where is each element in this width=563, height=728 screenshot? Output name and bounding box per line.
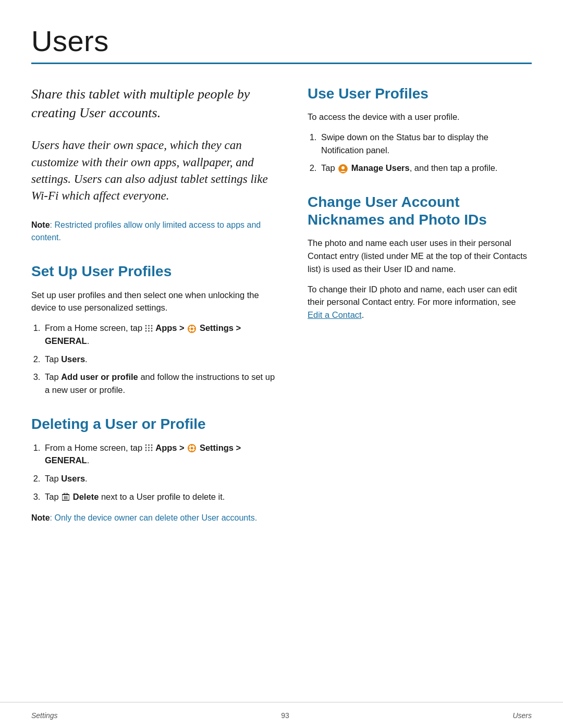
apps-grid-icon (145, 325, 153, 332)
deleting-note-text: : Only the device owner can delete other… (50, 513, 258, 522)
svg-point-37 (341, 166, 345, 169)
note-1-text: : Restricted profiles allow only limited… (31, 220, 261, 242)
deleting-step-1-settings: Settings > GENERAL (45, 443, 241, 465)
setup-step-2: Tap Users. (43, 353, 276, 366)
svg-point-5 (151, 327, 152, 329)
page-container: Users Share this tablet with multiple pe… (0, 0, 563, 728)
manage-users-icon (338, 164, 348, 174)
change-account-heading: Change User Account Nicknames and Photo … (308, 193, 532, 228)
edit-contact-link[interactable]: Edit a Contact (308, 310, 362, 319)
use-profiles-heading: Use User Profiles (308, 85, 532, 103)
trash-icon (62, 493, 69, 501)
settings-gear-icon (188, 325, 196, 333)
deleting-step-2: Tap Users. (43, 472, 276, 485)
svg-point-10 (191, 327, 193, 330)
right-column: Use User Profiles To access the device w… (308, 85, 532, 543)
svg-point-0 (145, 325, 146, 326)
deleting-step-1-apps: Apps > (155, 443, 184, 452)
setup-step-3: Tap Add user or profile and follow the i… (43, 371, 276, 397)
deleting-note: Note: Only the device owner can delete o… (31, 512, 276, 524)
footer-right: Users (512, 711, 532, 720)
note-1: Note: Restricted profiles allow only lim… (31, 219, 276, 244)
use-profiles-step-2: Tap Manage Users, and then tap a profile… (319, 162, 532, 175)
svg-point-8 (151, 330, 152, 331)
setup-section: Set Up User Profiles Set up user profile… (31, 263, 276, 397)
svg-point-2 (151, 325, 152, 326)
svg-point-18 (145, 447, 146, 449)
footer-center-page-number: 93 (281, 711, 289, 720)
deleting-step-3-delete: Delete (73, 492, 99, 501)
page-title: Users (31, 25, 532, 57)
svg-point-4 (148, 327, 150, 329)
page-footer: Settings 93 Users (0, 702, 563, 728)
svg-point-20 (151, 447, 152, 449)
use-profiles-steps-list: Swipe down on the Status bar to display … (319, 131, 532, 175)
svg-rect-32 (64, 493, 67, 495)
svg-point-17 (151, 445, 152, 446)
apps-grid-icon-2 (145, 444, 153, 451)
svg-point-1 (148, 325, 150, 326)
setup-step-1: From a Home screen, tap App (43, 322, 276, 348)
svg-point-15 (145, 445, 146, 446)
setup-step-1-apps: Apps > (155, 323, 184, 332)
svg-point-6 (145, 330, 146, 331)
deleting-note-label: Note (31, 513, 50, 522)
deleting-step-3: Tap Delete next to a User profile to del… (43, 490, 276, 503)
left-column: Share this tablet with multiple people b… (31, 85, 276, 543)
page-header: Users (0, 0, 563, 64)
svg-point-16 (148, 445, 150, 446)
intro-paragraph-2: Users have their own space, which they c… (31, 137, 276, 204)
deleting-step-2-users: Users (61, 474, 85, 483)
use-profiles-intro: To access the device with a user profile… (308, 110, 532, 124)
intro-paragraph-1: Share this tablet with multiple people b… (31, 85, 276, 123)
deleting-steps-list: From a Home screen, tap App (43, 441, 276, 503)
note-1-label: Note (31, 220, 50, 229)
svg-point-22 (148, 450, 150, 451)
manage-users-label: Manage Users (351, 163, 410, 172)
setup-steps-list: From a Home screen, tap App (43, 322, 276, 397)
setup-intro: Set up user profiles and then select one… (31, 289, 276, 315)
setup-step-2-users: Users (61, 354, 85, 364)
change-account-para-2: To change their ID photo and name, each … (308, 283, 532, 322)
deleting-step-1: From a Home screen, tap App (43, 441, 276, 467)
content-area: Share this tablet with multiple people b… (0, 64, 563, 574)
svg-point-7 (148, 330, 150, 331)
svg-point-21 (145, 450, 146, 451)
change-account-para-1: The photo and name each user uses in the… (308, 237, 532, 275)
use-profiles-section: Use User Profiles To access the device w… (308, 85, 532, 175)
footer-left: Settings (31, 711, 58, 720)
deleting-section: Deleting a User or Profile From a Home s… (31, 415, 276, 524)
svg-point-3 (145, 327, 146, 329)
svg-point-19 (148, 447, 150, 449)
setup-step-3-add: Add user or profile (61, 372, 138, 381)
svg-point-23 (151, 450, 152, 451)
settings-gear-icon-2 (188, 444, 196, 452)
setup-step-1-settings: Settings > GENERAL (45, 323, 241, 346)
deleting-heading: Deleting a User or Profile (31, 415, 276, 433)
svg-point-25 (191, 447, 193, 450)
use-profiles-step-1: Swipe down on the Status bar to display … (319, 131, 532, 157)
change-account-section: Change User Account Nicknames and Photo … (308, 193, 532, 322)
setup-heading: Set Up User Profiles (31, 263, 276, 280)
